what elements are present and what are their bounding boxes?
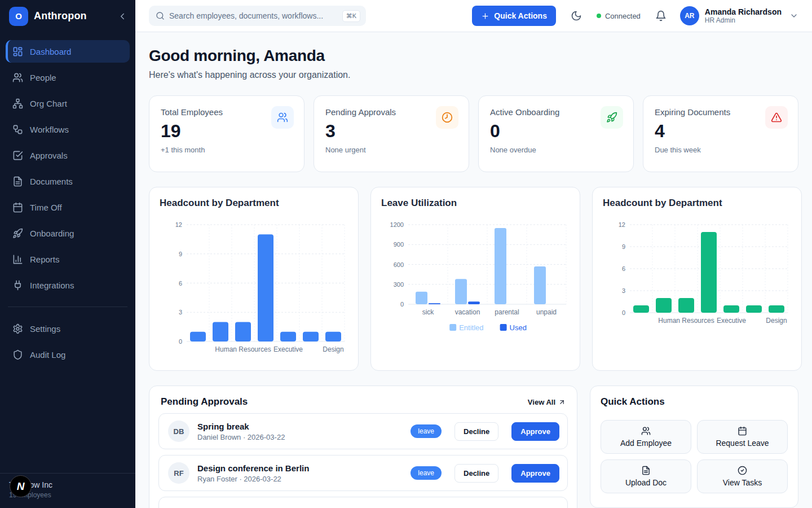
- shield-icon: [12, 349, 23, 360]
- search-bar[interactable]: ⌘K: [149, 6, 366, 26]
- svg-text:600: 600: [394, 261, 404, 268]
- view-tasks-button[interactable]: View Tasks: [697, 459, 788, 493]
- svg-text:900: 900: [394, 241, 404, 248]
- sidebar-item-time-off[interactable]: Time Off: [6, 196, 130, 218]
- stat-card-active-onboarding: Active Onboarding 0 None overdue: [478, 95, 634, 172]
- gear-icon: [12, 323, 23, 334]
- bottom-row: Pending Approvals View All DB Spring bre…: [149, 386, 798, 508]
- quick-actions-button[interactable]: Quick Actions: [472, 6, 556, 26]
- sidebar-collapse-icon[interactable]: [117, 11, 127, 21]
- sidebar-item-approvals[interactable]: Approvals: [6, 144, 130, 167]
- stat-sub: Due this week: [655, 146, 787, 154]
- quick-actions-label: Quick Actions: [494, 11, 547, 20]
- svg-text:6: 6: [179, 280, 182, 287]
- stat-card-expiring-documents: Expiring Documents 4 Due this week: [643, 95, 798, 172]
- svg-text:sick: sick: [422, 308, 435, 316]
- request-leave-button[interactable]: Request Leave: [697, 420, 788, 454]
- svg-text:vacation: vacation: [455, 308, 480, 316]
- svg-text:9: 9: [622, 243, 625, 250]
- plug-icon: [12, 280, 23, 291]
- stat-card-pending-approvals: Pending Approvals 3 None urgent: [314, 95, 469, 172]
- sidebar-item-settings[interactable]: Settings: [6, 317, 130, 340]
- sidebar-item-audit-log[interactable]: Audit Log: [6, 343, 130, 366]
- sidebar-item-onboarding[interactable]: Onboarding: [6, 222, 130, 244]
- user-menu[interactable]: AR Amanda Richardson HR Admin: [680, 6, 798, 25]
- decline-button[interactable]: Decline: [454, 464, 498, 483]
- pending-approvals-panel: Pending Approvals View All DB Spring bre…: [149, 386, 577, 508]
- users-icon: [12, 72, 23, 83]
- svg-text:Human Resources: Human Resources: [658, 317, 714, 325]
- bar-chart-icon: [12, 254, 23, 265]
- file-text-icon: [641, 466, 651, 475]
- svg-text:3: 3: [622, 287, 625, 294]
- sidebar-item-label: Documents: [30, 177, 73, 186]
- sidebar-divider: [8, 306, 127, 307]
- decline-button[interactable]: Decline: [454, 422, 498, 441]
- status-dot: [597, 14, 601, 18]
- svg-text:12: 12: [175, 221, 182, 228]
- add-employee-button[interactable]: Add Employee: [601, 420, 691, 454]
- action-label: Add Employee: [620, 439, 672, 448]
- sidebar-item-workflows[interactable]: Workflows: [6, 118, 130, 141]
- approval-row: DB Spring break Daniel Brown · 2026-03-2…: [158, 413, 568, 449]
- status-label: Connected: [605, 12, 641, 20]
- chevron-down-icon: [789, 11, 798, 20]
- dashboard-content: Good morning, Amanda Here's what's happe…: [135, 32, 812, 508]
- sidebar-item-reports[interactable]: Reports: [6, 248, 130, 270]
- stat-card-total-employees: Total Employees 19 +1 this month: [149, 95, 304, 172]
- nextjs-dev-badge[interactable]: N: [10, 475, 32, 497]
- page-title: Good morning, Amanda: [149, 47, 798, 65]
- action-label: Request Leave: [716, 439, 769, 448]
- avatar: RF: [168, 462, 189, 484]
- approval-meta: Daniel Brown · 2026-03-22: [197, 433, 403, 441]
- clock-icon: [442, 112, 453, 123]
- svg-text:Used: Used: [510, 323, 527, 332]
- chart-leave-utilization: Leave Utilization 03006009001200sickvaca…: [370, 187, 580, 371]
- svg-text:Human Resources: Human Resources: [215, 345, 271, 353]
- sidebar-item-label: Reports: [30, 255, 60, 264]
- svg-text:6: 6: [622, 265, 625, 272]
- chart-title: Leave Utilization: [381, 198, 570, 209]
- panel-title: Quick Actions: [601, 396, 788, 408]
- notifications-button[interactable]: [655, 10, 667, 21]
- approval-title: Design conference in Berlin: [197, 463, 403, 473]
- sidebar-item-label: Settings: [30, 324, 60, 334]
- chart-title: Headcount by Department: [603, 198, 791, 209]
- page-subtitle: Here's what's happening across your orga…: [149, 70, 798, 80]
- leave-badge: leave: [411, 466, 442, 480]
- svg-text:0: 0: [400, 301, 404, 308]
- approve-button[interactable]: Approve: [511, 464, 559, 483]
- svg-text:Design: Design: [323, 345, 343, 353]
- search-shortcut: ⌘K: [342, 10, 360, 22]
- circle-check-icon: [738, 466, 747, 475]
- search-input[interactable]: [169, 11, 338, 20]
- leave-badge: leave: [411, 424, 442, 438]
- users-icon: [277, 112, 288, 123]
- sidebar-item-people[interactable]: People: [6, 66, 130, 89]
- stat-sub: +1 this month: [161, 146, 293, 154]
- calendar-icon: [738, 426, 747, 436]
- sidebar-item-org-chart[interactable]: Org Chart: [6, 92, 130, 115]
- plus-icon: [481, 12, 489, 20]
- view-all-link[interactable]: View All: [528, 398, 566, 406]
- sidebar-item-documents[interactable]: Documents: [6, 170, 130, 192]
- approve-button[interactable]: Approve: [511, 422, 559, 441]
- sidebar-item-label: Audit Log: [30, 350, 65, 360]
- rocket-icon: [12, 228, 23, 239]
- dark-mode-toggle[interactable]: [571, 10, 582, 21]
- svg-text:300: 300: [394, 281, 404, 288]
- calendar-icon: [12, 202, 23, 213]
- approval-meta: Ryan Foster · 2026-03-22: [197, 475, 403, 483]
- user-role: HR Admin: [705, 16, 782, 24]
- sidebar-item-dashboard[interactable]: Dashboard: [6, 40, 130, 63]
- stats-row: Total Employees 19 +1 this month Pending…: [149, 95, 798, 172]
- workflow-icon: [12, 124, 23, 135]
- panel-title: Pending Approvals: [161, 396, 248, 408]
- svg-text:1200: 1200: [390, 221, 404, 228]
- sidebar-item-integrations[interactable]: Integrations: [6, 274, 130, 296]
- approval-row-partial: [158, 497, 568, 508]
- rocket-icon: [606, 112, 617, 123]
- upload-doc-button[interactable]: Upload Doc: [601, 459, 691, 493]
- grouped-bar-chart: 03006009001200sickvacationparentalunpaid…: [381, 212, 570, 356]
- user-name: Amanda Richardson: [705, 7, 782, 17]
